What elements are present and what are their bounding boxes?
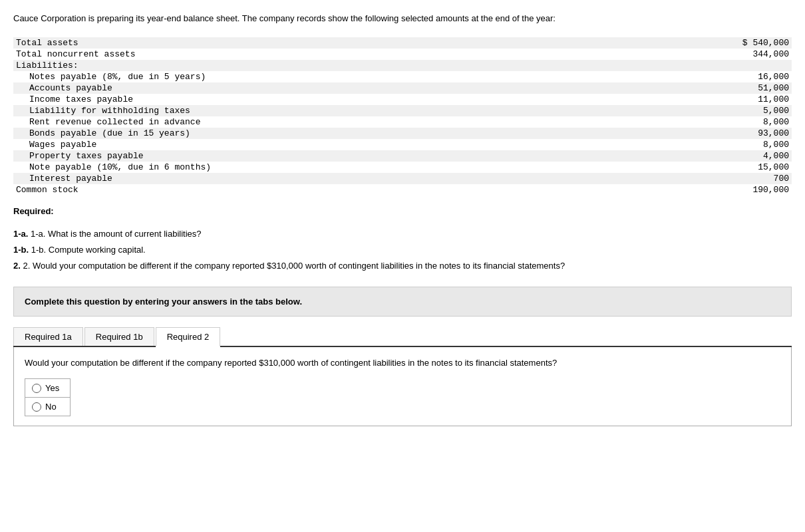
table-row: Common stock190,000 bbox=[13, 184, 792, 196]
table-row: Accounts payable51,000 bbox=[13, 82, 792, 94]
table-cell-value: 190,000 bbox=[597, 184, 792, 196]
table-row: Income taxes payable11,000 bbox=[13, 94, 792, 105]
radio-circle-no bbox=[32, 402, 41, 412]
questions-section: 1-a. 1-a. What is the amount of current … bbox=[13, 227, 792, 273]
table-cell-value: 51,000 bbox=[597, 82, 792, 94]
table-cell-label: Bonds payable (due in 15 years) bbox=[13, 128, 597, 139]
table-cell-value: 15,000 bbox=[597, 162, 792, 173]
table-row: Liabilities: bbox=[13, 60, 792, 71]
tab-required-2[interactable]: Required 2 bbox=[156, 327, 221, 347]
table-cell-value: 16,000 bbox=[597, 71, 792, 82]
table-cell-label: Interest payable bbox=[13, 173, 597, 184]
balance-sheet-table: Total assets$ 540,000Total noncurrent as… bbox=[13, 37, 792, 196]
table-cell-label: Rent revenue collected in advance bbox=[13, 116, 597, 128]
table-row: Property taxes payable4,000 bbox=[13, 150, 792, 162]
table-cell-label: Total noncurrent assets bbox=[13, 49, 597, 60]
table-cell-label: Total assets bbox=[13, 37, 597, 49]
tab-question-text: Would your computation be different if t… bbox=[25, 356, 780, 370]
table-cell-label: Note payable (10%, due in 6 months) bbox=[13, 162, 597, 173]
table-row: Total assets$ 540,000 bbox=[13, 37, 792, 49]
table-cell-label: Common stock bbox=[13, 184, 597, 196]
table-row: Wages payable8,000 bbox=[13, 139, 792, 150]
table-cell-value: $ 540,000 bbox=[597, 37, 792, 49]
table-cell-value: 93,000 bbox=[597, 128, 792, 139]
table-cell-label: Property taxes payable bbox=[13, 150, 597, 162]
complete-instruction-box: Complete this question by entering your … bbox=[13, 287, 792, 317]
table-row: Note payable (10%, due in 6 months)15,00… bbox=[13, 162, 792, 173]
question-1b: 1-b. 1-b. Compute working capital. bbox=[13, 243, 792, 257]
table-row: Rent revenue collected in advance8,000 bbox=[13, 116, 792, 128]
intro-text: Cauce Corporation is preparing its year-… bbox=[13, 12, 792, 25]
table-row: Interest payable700 bbox=[13, 173, 792, 184]
tabs-container: Required 1a Required 1b Required 2 bbox=[13, 327, 792, 347]
table-cell-label: Income taxes payable bbox=[13, 94, 597, 105]
table-cell-label: Accounts payable bbox=[13, 82, 597, 94]
table-row: Total noncurrent assets344,000 bbox=[13, 49, 792, 60]
table-cell-value: 700 bbox=[597, 173, 792, 184]
table-cell-value bbox=[597, 60, 792, 71]
table-row: Notes payable (8%, due in 5 years)16,000 bbox=[13, 71, 792, 82]
radio-label-no: No bbox=[45, 402, 57, 412]
radio-label-yes: Yes bbox=[45, 383, 59, 393]
table-cell-value: 8,000 bbox=[597, 139, 792, 150]
table-cell-value: 11,000 bbox=[597, 94, 792, 105]
tab-required-1b[interactable]: Required 1b bbox=[84, 327, 154, 346]
table-cell-label: Liabilities: bbox=[13, 60, 597, 71]
question-1a: 1-a. 1-a. What is the amount of current … bbox=[13, 227, 792, 241]
table-cell-label: Notes payable (8%, due in 5 years) bbox=[13, 71, 597, 82]
radio-item-yes[interactable]: Yes bbox=[25, 379, 70, 398]
table-row: Bonds payable (due in 15 years)93,000 bbox=[13, 128, 792, 139]
table-cell-value: 344,000 bbox=[597, 49, 792, 60]
table-cell-value: 5,000 bbox=[597, 105, 792, 116]
tab-required-1a[interactable]: Required 1a bbox=[13, 327, 83, 346]
tab-content-required-2: Would your computation be different if t… bbox=[13, 347, 792, 427]
table-cell-value: 4,000 bbox=[597, 150, 792, 162]
table-cell-value: 8,000 bbox=[597, 116, 792, 128]
question-2: 2. 2. Would your computation be differen… bbox=[13, 259, 792, 273]
radio-circle-yes bbox=[32, 384, 41, 393]
table-cell-label: Liability for withholding taxes bbox=[13, 105, 597, 116]
required-label: Required: bbox=[13, 206, 792, 216]
radio-item-no[interactable]: No bbox=[25, 398, 70, 416]
yes-no-radio-group: Yes No bbox=[25, 378, 71, 416]
table-cell-label: Wages payable bbox=[13, 139, 597, 150]
table-row: Liability for withholding taxes5,000 bbox=[13, 105, 792, 116]
